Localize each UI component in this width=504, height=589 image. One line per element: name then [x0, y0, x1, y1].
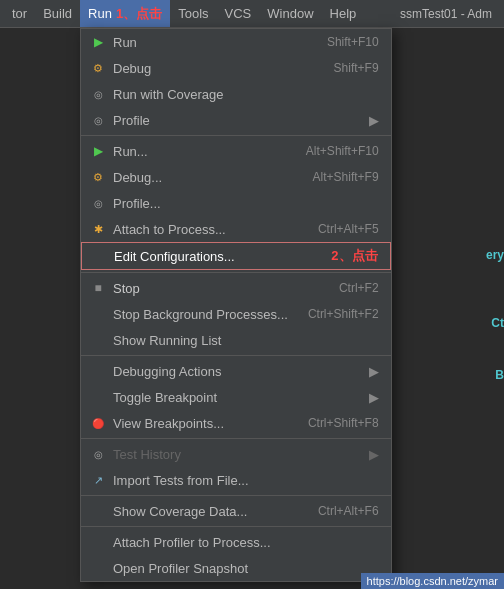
test-history-icon: ◎ [89, 445, 107, 463]
view-breakpoints-icon: 🔴 [89, 414, 107, 432]
menu-item-run-simple[interactable]: ▶ Run Shift+F10 [81, 29, 391, 55]
profile-dots-label: Profile... [113, 196, 379, 211]
test-history-label: Test History [113, 447, 369, 462]
show-coverage-shortcut: Ctrl+Alt+F6 [318, 504, 379, 518]
menu-item-debugging-actions[interactable]: Debugging Actions ▶ [81, 358, 391, 384]
menubar-item-help[interactable]: Help [322, 0, 365, 27]
menubar-right-text: ssmTest01 - Adm [400, 7, 500, 21]
attach-icon: ✱ [89, 220, 107, 238]
menubar-item-vcs[interactable]: VCS [217, 0, 260, 27]
menu-item-import-tests[interactable]: ↗ Import Tests from File... [81, 467, 391, 493]
profile-arrow: ▶ [369, 113, 379, 128]
separator-1 [81, 135, 391, 136]
show-coverage-label: Show Coverage Data... [113, 504, 298, 519]
menu-item-debug-dots[interactable]: ⚙ Debug... Alt+Shift+F9 [81, 164, 391, 190]
stop-label: Stop [113, 281, 319, 296]
menu-item-show-coverage[interactable]: Show Coverage Data... Ctrl+Alt+F6 [81, 498, 391, 524]
view-breakpoints-label: View Breakpoints... [113, 416, 288, 431]
stop-bg-shortcut: Ctrl+Shift+F2 [308, 307, 379, 321]
stop-bg-icon [89, 305, 107, 323]
menu-item-toggle-breakpoint[interactable]: Toggle Breakpoint ▶ [81, 384, 391, 410]
menu-item-view-breakpoints[interactable]: 🔴 View Breakpoints... Ctrl+Shift+F8 [81, 410, 391, 436]
menu-item-debug-simple[interactable]: ⚙ Debug Shift+F9 [81, 55, 391, 81]
menubar-item-build[interactable]: Build [35, 0, 80, 27]
view-breakpoints-shortcut: Ctrl+Shift+F8 [308, 416, 379, 430]
attach-process-label: Attach to Process... [113, 222, 298, 237]
run-coverage-label: Run with Coverage [113, 87, 379, 102]
attach-process-shortcut: Ctrl+Alt+F5 [318, 222, 379, 236]
debug-simple-label: Debug [113, 61, 314, 76]
menu-item-edit-configs[interactable]: Edit Configurations... 2、点击 [81, 242, 391, 270]
open-snapshot-label: Open Profiler Snapshot [113, 561, 379, 576]
import-tests-label: Import Tests from File... [113, 473, 379, 488]
edit-configs-icon [90, 247, 108, 265]
menu-item-run-coverage[interactable]: ◎ Run with Coverage [81, 81, 391, 107]
import-tests-icon: ↗ [89, 471, 107, 489]
debug-dots-icon: ⚙ [89, 168, 107, 186]
menu-item-run-dots[interactable]: ▶ Run... Alt+Shift+F10 [81, 138, 391, 164]
profile-dots-icon: ◎ [89, 194, 107, 212]
debugging-actions-icon [89, 362, 107, 380]
tooltip-url: https://blog.csdn.net/zymar [361, 573, 504, 589]
run-dots-icon: ▶ [89, 142, 107, 160]
show-running-label: Show Running List [113, 333, 379, 348]
annotation-1: 1、点击 [116, 5, 162, 23]
separator-4 [81, 438, 391, 439]
attach-profiler-label: Attach Profiler to Process... [113, 535, 379, 550]
menu-item-open-snapshot[interactable]: Open Profiler Snapshot [81, 555, 391, 581]
attach-profiler-icon [89, 533, 107, 551]
debug-dots-label: Debug... [113, 170, 293, 185]
debug-simple-shortcut: Shift+F9 [334, 61, 379, 75]
profile-simple-label: Profile [113, 113, 369, 128]
debug-dots-shortcut: Alt+Shift+F9 [313, 170, 379, 184]
run-dots-shortcut: Alt+Shift+F10 [306, 144, 379, 158]
menubar-item-tools[interactable]: Tools [170, 0, 216, 27]
open-snapshot-icon [89, 559, 107, 577]
toggle-breakpoint-icon [89, 388, 107, 406]
coverage-icon: ◎ [89, 85, 107, 103]
menu-item-stop[interactable]: ■ Stop Ctrl+F2 [81, 275, 391, 301]
run-dots-label: Run... [113, 144, 286, 159]
side-hint-ct: Ct [491, 316, 504, 330]
menu-item-test-history[interactable]: ◎ Test History ▶ [81, 441, 391, 467]
separator-6 [81, 526, 391, 527]
show-coverage-icon [89, 502, 107, 520]
menu-item-stop-bg[interactable]: Stop Background Processes... Ctrl+Shift+… [81, 301, 391, 327]
menubar-item-run[interactable]: Run 1、点击 [80, 0, 170, 27]
toggle-breakpoint-label: Toggle Breakpoint [113, 390, 369, 405]
stop-icon: ■ [89, 279, 107, 297]
edit-configs-label: Edit Configurations... [114, 249, 323, 264]
side-hint-ery: ery [486, 248, 504, 262]
menu-bar: tor Build Run 1、点击 Tools VCS Window Help… [0, 0, 504, 28]
show-running-icon [89, 331, 107, 349]
menu-item-attach-profiler[interactable]: Attach Profiler to Process... [81, 529, 391, 555]
separator-3 [81, 355, 391, 356]
side-hint-b: B [495, 368, 504, 382]
stop-shortcut: Ctrl+F2 [339, 281, 379, 295]
menu-item-attach-process[interactable]: ✱ Attach to Process... Ctrl+Alt+F5 [81, 216, 391, 242]
stop-bg-label: Stop Background Processes... [113, 307, 288, 322]
test-history-arrow: ▶ [369, 447, 379, 462]
annotation-2: 2、点击 [331, 247, 377, 265]
menu-item-profile-simple[interactable]: ◎ Profile ▶ [81, 107, 391, 133]
separator-2 [81, 272, 391, 273]
debugging-actions-label: Debugging Actions [113, 364, 369, 379]
menubar-item-window[interactable]: Window [259, 0, 321, 27]
menubar-item-tor[interactable]: tor [4, 0, 35, 27]
menu-item-profile-dots[interactable]: ◎ Profile... [81, 190, 391, 216]
profile-icon: ◎ [89, 111, 107, 129]
debugging-actions-arrow: ▶ [369, 364, 379, 379]
debug-icon: ⚙ [89, 59, 107, 77]
run-dropdown-menu: ▶ Run Shift+F10 ⚙ Debug Shift+F9 ◎ Run w… [80, 28, 392, 582]
separator-5 [81, 495, 391, 496]
run-icon: ▶ [89, 33, 107, 51]
run-simple-label: Run [113, 35, 307, 50]
menu-item-show-running[interactable]: Show Running List [81, 327, 391, 353]
run-simple-shortcut: Shift+F10 [327, 35, 379, 49]
toggle-breakpoint-arrow: ▶ [369, 390, 379, 405]
